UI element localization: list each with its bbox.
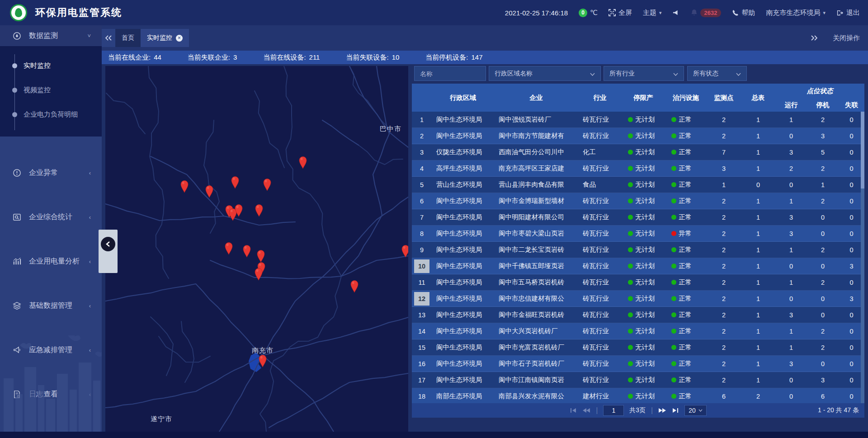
table-cell: 2 [707,258,741,274]
org-dropdown[interactable]: 南充市生态环境局▾ [766,9,826,17]
close-tab-icon[interactable]: ✕ [176,35,183,42]
last-page-button[interactable] [672,408,679,413]
table-cell: 正常 [665,372,707,388]
map-marker-pin[interactable] [224,241,234,255]
map-marker-pin[interactable] [204,184,214,198]
table-row[interactable]: 15阆中生态环境局阆中市光富页岩机砖厂砖瓦行业无计划正常21120 [412,339,864,356]
close-operations-button[interactable]: 关闭操作 [833,34,860,42]
table-row[interactable]: 6阆中生态环境局阆中市金博瑞新型墙材砖瓦行业无计划正常21120 [412,193,864,209]
table-cell: 1 [741,372,775,388]
map-marker-pin[interactable] [401,244,408,258]
table-row[interactable]: 13阆中生态环境局阆中市金福旺页岩机砖砖瓦行业无计划正常21300 [412,307,864,323]
map-marker-pin[interactable] [256,249,266,263]
sidebar-item-realtime-monitoring[interactable]: 实时监控 [0,53,102,78]
logout-button[interactable]: 退出 [836,9,860,17]
sidebar-item-basic-data-management[interactable]: 基础数据管理 ‹ [0,294,102,317]
tab-realtime-monitoring[interactable]: 实时监控 ✕ [141,29,189,47]
page-number-input[interactable] [603,405,624,416]
table-row[interactable]: 16阆中生态环境局阆中市石子页岩机砖厂砖瓦行业无计划正常21300 [412,356,864,372]
map-marker-pin[interactable] [230,175,240,189]
col-company: 企业 [494,84,578,112]
table-row[interactable]: 9阆中生态环境局阆中市二龙长宝页岩砖砖瓦行业无计划正常21120 [412,242,864,258]
tabs-scroll-right-button[interactable] [811,35,817,41]
map-marker-pin[interactable] [179,179,189,193]
map-marker-pin[interactable] [254,203,264,217]
map-marker-pin[interactable] [242,244,252,258]
table-cell: 无计划 [622,388,665,403]
table-cell: 2 [707,274,741,290]
table-row[interactable]: 12阆中生态环境局阆中市忠信建材有限公砖瓦行业无计划正常21003 [412,291,864,307]
table-row[interactable]: 7阆中生态环境局阆中明阳建材有限公司砖瓦行业无计划正常21300 [412,209,864,226]
layers-icon [13,301,22,310]
table-cell: 砖瓦行业 [578,356,622,372]
sidebar-item-enterprise-statistics[interactable]: 企业综合统计 ‹ [0,205,102,229]
sidebar-item-video-monitoring[interactable]: 视频监控 [0,78,102,102]
table-row[interactable]: 5营山生态环境局营山县润丰肉食品有限食品无计划正常10010 [412,177,864,193]
help-button[interactable]: 帮助 [732,9,755,17]
map-marker-pin[interactable] [262,178,272,191]
map-canvas[interactable]: 巴中市南充市遂宁市 [105,66,408,432]
table-cell: 砖瓦行业 [578,372,622,388]
table-cell: 7 [412,209,432,225]
table-cell: 正常 [665,160,707,176]
industry-select[interactable]: 所有行业 [604,66,684,81]
table-cell: 阆中生态环境局 [432,372,494,388]
page-size-select[interactable]: 20 [684,405,707,416]
main-content: 巴中市南充市遂宁市 行政区域名称 所有行业 所有状态 [102,64,868,438]
sidebar-item-enterprise-abnormal[interactable]: 企业异常 ‹ [0,161,102,184]
previous-page-button[interactable] [582,408,590,413]
table-row[interactable]: 14阆中生态环境局阆中大兴页岩机砖厂砖瓦行业无计划正常21120 [412,323,864,339]
monitor-icon [13,32,22,40]
map-marker-pin[interactable] [234,203,244,217]
map-marker-pin[interactable] [349,279,359,293]
name-search-input[interactable] [414,66,486,81]
top-header: 环保用电监管系统 2021-02-25 17:46:18 0 ℃ 全屏 主题▾ [0,0,868,25]
chevron-down-icon: ˅ [87,33,91,39]
first-page-button[interactable] [570,408,577,413]
table-cell: 2 [707,209,741,225]
table-row[interactable]: 1阆中生态环境局阆中强锐页岩砖厂砖瓦行业无计划正常21120 [412,112,864,128]
table-cell: 1 [707,177,741,193]
table-row[interactable]: 3仪陇生态环境局西南油气田分公司川中化工无计划正常71350 [412,144,864,160]
map-marker-pin[interactable] [298,155,308,169]
fullscreen-button[interactable]: 全屏 [609,9,632,17]
map-marker-pin[interactable] [254,267,264,281]
col-production-stop: 停限产 [622,84,665,112]
table-cell: 异常 [665,226,707,241]
stats-icon [13,213,22,221]
stat-stopped-devices: 当前停机设备:147 [425,53,482,62]
sidebar-item-data-monitoring[interactable]: 数据监测 ˅ [0,25,102,46]
table-cell: 2 [807,242,839,258]
map-marker-pin[interactable] [258,354,268,367]
next-page-button[interactable] [658,408,666,413]
table-cell: 高坪生态环境局 [432,160,494,176]
region-select[interactable]: 行政区域名称 [489,66,601,81]
table-row[interactable]: 2阆中生态环境局阆中市南方节能建材有砖瓦行业无计划正常21030 [412,128,864,144]
tab-home[interactable]: 首页 [115,29,141,47]
table-cell: 砖瓦行业 [578,339,622,355]
table-cell: 阆中生态环境局 [432,209,494,225]
city-label: 南充市 [252,346,274,355]
table-row[interactable]: 11阆中生态环境局阆中市五马桥页岩机砖砖瓦行业无计划正常21120 [412,274,864,291]
table-cell: 无计划 [622,307,665,323]
table-cell: 15 [412,339,432,355]
table-row[interactable]: 10阆中生态环境局阆中千佛镇五郎垭页岩砖瓦行业无计划正常21003 [412,258,864,274]
table-cell: 1 [741,144,775,160]
table-cell: 0 [775,372,807,388]
theme-dropdown[interactable]: 主题▾ [643,9,662,17]
table-cell: 无计划 [622,112,665,127]
tabs-scroll-left-button[interactable] [102,29,115,47]
notifications-button[interactable]: 2632 [691,9,722,17]
table-row[interactable]: 17阆中生态环境局阆中市江南镇阆南页岩砖瓦行业无计划正常21030 [412,372,864,388]
table-row[interactable]: 18南部生态环境局南部县兴发水泥有限公建材行业无计划正常62060 [412,388,864,403]
table-cell: 2 [807,274,839,290]
sidebar-item-power-usage-analysis[interactable]: 企业用电量分析 ‹ [0,250,102,273]
table-cell: 无计划 [622,160,665,176]
sidebar-item-power-load-detail[interactable]: 企业电力负荷明细 [0,102,102,127]
table-row[interactable]: 8阆中生态环境局阆中市枣碧大梁山页岩砖瓦行业无计划异常21300 [412,226,864,242]
map-collapse-handle[interactable] [99,230,118,273]
sound-button[interactable] [673,9,680,16]
table-row[interactable]: 4高坪生态环境局南充市高坪区王家店建砖瓦行业无计划正常31220 [412,160,864,177]
status-select[interactable]: 所有状态 [687,66,747,81]
table-scrollbar[interactable] [861,112,864,403]
